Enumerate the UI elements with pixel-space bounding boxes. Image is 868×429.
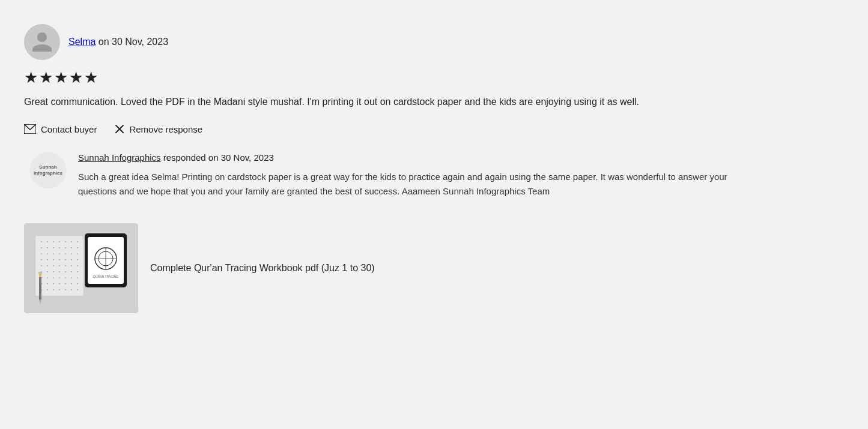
svg-point-45 (71, 271, 72, 272)
svg-point-30 (65, 259, 66, 260)
dot-grid-svg (35, 236, 83, 296)
product-section: QURAN TRACING Complete Qur'an Tracing Wo… (24, 223, 844, 313)
reviewer-header: Selma on 30 Nov, 2023 (24, 24, 844, 60)
svg-point-31 (71, 259, 72, 260)
svg-point-42 (53, 271, 54, 272)
svg-point-66 (71, 289, 72, 290)
response-date: responded on 30 Nov, 2023 (163, 152, 274, 163)
svg-point-19 (41, 253, 42, 254)
envelope-icon (24, 124, 36, 134)
svg-point-15 (59, 247, 60, 248)
svg-point-63 (53, 289, 54, 290)
svg-point-33 (41, 265, 42, 266)
svg-point-9 (65, 241, 66, 242)
remove-response-label: Remove response (129, 124, 202, 134)
review-container: Selma on 30 Nov, 2023 ★ ★ ★ ★ ★ Great co… (24, 12, 844, 325)
star-1: ★ (24, 68, 38, 87)
responder-name-link[interactable]: Sunnah Infographics (78, 152, 161, 163)
svg-point-62 (47, 289, 48, 290)
svg-point-50 (59, 277, 60, 278)
svg-point-34 (47, 265, 48, 266)
star-4: ★ (69, 68, 83, 87)
response-text: Such a great idea Selma! Printing on car… (78, 170, 739, 200)
svg-point-23 (65, 253, 66, 254)
remove-response-button[interactable]: Remove response (115, 124, 202, 134)
svg-point-24 (71, 253, 72, 254)
avatar-icon (30, 30, 54, 54)
svg-point-17 (71, 247, 72, 248)
svg-text:QURAN TRACING: QURAN TRACING (93, 275, 118, 278)
review-text: Great communication. Loved the PDF in th… (24, 94, 745, 110)
action-buttons: Contact buyer Remove response (24, 124, 844, 134)
response-content: Sunnah Infographics responded on 30 Nov,… (78, 152, 844, 200)
svg-point-6 (47, 241, 48, 242)
svg-point-55 (47, 283, 48, 284)
contact-buyer-button[interactable]: Contact buyer (24, 124, 97, 134)
responder-avatar-text: SunnahInfographics (31, 154, 65, 187)
pencil-svg (38, 269, 43, 305)
svg-point-67 (77, 289, 78, 290)
star-rating: ★ ★ ★ ★ ★ (24, 68, 844, 87)
svg-point-29 (59, 259, 60, 260)
svg-point-64 (59, 289, 60, 290)
reviewer-name-link[interactable]: Selma (68, 37, 96, 47)
reviewer-name: Selma on 30 Nov, 2023 (68, 37, 168, 47)
svg-point-14 (53, 247, 54, 248)
svg-point-35 (53, 265, 54, 266)
responder-avatar: SunnahInfographics (30, 152, 66, 188)
star-2: ★ (39, 68, 53, 87)
svg-point-16 (65, 247, 66, 248)
svg-point-28 (53, 259, 54, 260)
svg-point-13 (47, 247, 48, 248)
svg-point-39 (77, 265, 78, 266)
product-name: Complete Qur'an Tracing Workbook pdf (Ju… (138, 262, 375, 275)
svg-point-46 (77, 271, 78, 272)
svg-point-37 (65, 265, 66, 266)
svg-point-8 (59, 241, 60, 242)
svg-point-56 (53, 283, 54, 284)
svg-point-25 (77, 253, 78, 254)
svg-point-10 (71, 241, 72, 242)
contact-buyer-label: Contact buyer (41, 124, 97, 134)
svg-point-60 (77, 283, 78, 284)
star-5: ★ (84, 68, 98, 87)
svg-point-57 (59, 283, 60, 284)
svg-point-52 (71, 277, 72, 278)
reviewer-date: on 30 Nov, 2023 (99, 37, 168, 47)
reviewer-info: Selma on 30 Nov, 2023 (68, 37, 168, 47)
svg-point-65 (65, 289, 66, 290)
svg-point-51 (65, 277, 66, 278)
svg-point-22 (59, 253, 60, 254)
thumbnail-background: QURAN TRACING (25, 224, 138, 313)
svg-point-11 (77, 241, 78, 242)
star-3: ★ (54, 68, 68, 87)
svg-point-48 (47, 277, 48, 278)
product-thumbnail: QURAN TRACING (24, 223, 138, 313)
svg-point-32 (77, 259, 78, 260)
svg-point-21 (53, 253, 54, 254)
x-icon (115, 124, 124, 134)
svg-point-38 (71, 265, 72, 266)
svg-point-36 (59, 265, 60, 266)
svg-point-26 (41, 259, 42, 260)
svg-point-27 (47, 259, 48, 260)
svg-point-53 (77, 277, 78, 278)
svg-point-43 (59, 271, 60, 272)
tablet-svg: QURAN TRACING (85, 233, 127, 287)
svg-point-44 (65, 271, 66, 272)
svg-point-58 (65, 283, 66, 284)
svg-point-7 (53, 241, 54, 242)
svg-point-20 (47, 253, 48, 254)
svg-rect-76 (38, 272, 42, 274)
response-section: SunnahInfographics Sunnah Infographics r… (24, 152, 844, 200)
svg-point-12 (41, 247, 42, 248)
svg-point-18 (77, 247, 78, 248)
svg-marker-74 (39, 299, 41, 304)
svg-point-59 (71, 283, 72, 284)
reviewer-avatar (24, 24, 60, 60)
svg-point-5 (41, 241, 42, 242)
svg-point-49 (53, 277, 54, 278)
svg-point-41 (47, 271, 48, 272)
response-header: Sunnah Infographics responded on 30 Nov,… (78, 152, 844, 163)
